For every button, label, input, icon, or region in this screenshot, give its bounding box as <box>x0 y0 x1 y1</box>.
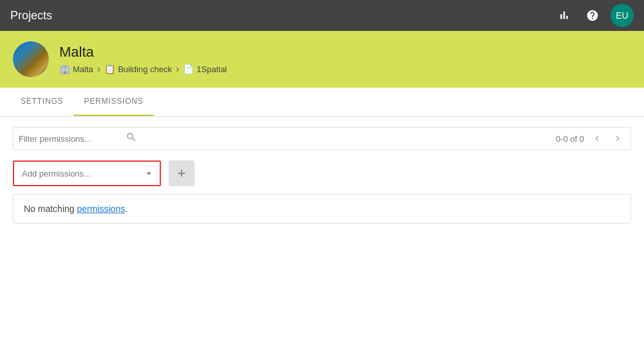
filter-right: 0-0 of 0 <box>556 131 625 146</box>
add-permissions-input[interactable] <box>14 169 138 179</box>
pagination-count: 0-0 of 0 <box>556 134 584 144</box>
no-results-link[interactable]: permissions <box>77 204 125 214</box>
breadcrumb-item-building-check[interactable]: 📋 Building check <box>104 64 172 74</box>
pagination-prev-button[interactable] <box>589 131 605 146</box>
breadcrumb-label-1spatial: 1Spatial <box>196 64 227 74</box>
dropdown-arrow-icon <box>138 168 160 179</box>
document-icon: 📄 <box>183 64 194 74</box>
project-header: Malta 🏢 Malta › 📋 Building check › 📄 1Sp… <box>0 31 644 88</box>
search-icon[interactable] <box>126 131 137 146</box>
project-avatar <box>13 41 49 77</box>
project-avatar-image <box>13 41 49 77</box>
filter-permissions-input[interactable] <box>19 134 122 144</box>
clipboard-icon: 📋 <box>104 64 115 74</box>
breadcrumb-item-malta[interactable]: 🏢 Malta <box>59 64 93 74</box>
project-name: Malta <box>59 44 227 61</box>
no-results-text: No matching <box>24 204 77 214</box>
help-icon-button[interactable] <box>582 5 603 26</box>
breadcrumb: 🏢 Malta › 📋 Building check › 📄 1Spatial <box>59 63 227 75</box>
filter-bar: 0-0 of 0 <box>13 127 631 150</box>
breadcrumb-label-building-check: Building check <box>118 64 172 74</box>
main-content: 0-0 of 0 + No matching permissions. <box>0 117 644 234</box>
top-bar-actions: EU <box>554 4 634 27</box>
permissions-row: + <box>13 160 631 186</box>
tabs-bar: SETTINGS PERMISSIONS <box>0 88 644 117</box>
tab-settings[interactable]: SETTINGS <box>10 88 73 116</box>
top-bar: Projects EU <box>0 0 644 31</box>
add-permission-button[interactable]: + <box>169 160 194 186</box>
chart-icon-button[interactable] <box>554 5 574 26</box>
add-permissions-dropdown[interactable] <box>13 160 161 186</box>
no-results-message: No matching permissions. <box>13 194 631 224</box>
briefcase-icon: 🏢 <box>59 64 70 74</box>
filter-left <box>19 131 556 146</box>
pagination-next-button[interactable] <box>610 131 625 146</box>
breadcrumb-item-1spatial[interactable]: 📄 1Spatial <box>183 64 227 74</box>
breadcrumb-sep-2: › <box>176 63 179 75</box>
tab-permissions[interactable]: PERMISSIONS <box>73 88 153 116</box>
user-avatar[interactable]: EU <box>611 4 634 27</box>
project-info: Malta 🏢 Malta › 📋 Building check › 📄 1Sp… <box>59 44 227 75</box>
app-title: Projects <box>10 9 52 23</box>
breadcrumb-sep-1: › <box>97 63 100 75</box>
breadcrumb-label-malta: Malta <box>73 64 93 74</box>
no-results-suffix: . <box>125 204 128 214</box>
